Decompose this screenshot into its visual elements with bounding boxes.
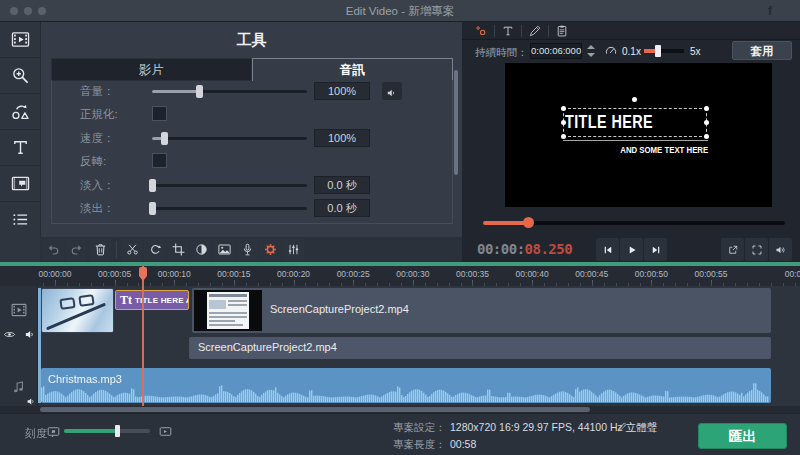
sidebar-item-media[interactable] [0, 22, 40, 58]
seek-thumb[interactable] [523, 217, 534, 228]
ruler-tick-label: 00:0 [785, 269, 800, 279]
previous-frame-button[interactable] [596, 238, 619, 261]
timeline-scrollbar[interactable] [0, 406, 800, 413]
timecode: 00:00:08.250 [477, 241, 572, 257]
keyframes-icon[interactable] [474, 24, 488, 38]
sidebar-item-zoom[interactable] [0, 58, 40, 94]
mute-speaker-button[interactable] [382, 82, 402, 100]
overlay-subtitle-text[interactable]: AND SOME TEXT HERE [620, 144, 708, 155]
tool-checkbox[interactable] [152, 153, 167, 168]
duration-stepper[interactable] [586, 43, 596, 59]
undo-icon [46, 242, 61, 257]
ruler-tick-label: 00:00:10 [158, 269, 191, 279]
clip-edit-toolbar [462, 22, 800, 40]
photo-glasses-shape [59, 297, 75, 310]
slider-track [152, 207, 307, 210]
seek-bar[interactable] [483, 221, 785, 225]
selection-handle[interactable] [704, 134, 709, 139]
video-clip-2[interactable]: ScreenCaptureProject2.mp4 [189, 337, 771, 359]
pencil-icon[interactable] [528, 24, 542, 38]
crop-button[interactable] [167, 238, 189, 261]
tool-checkbox[interactable] [152, 106, 167, 121]
zoom-out-frame-icon[interactable] [46, 424, 61, 439]
timeline-ruler[interactable]: 00:00:0000:00:0500:00:1000:00:1500:00:20… [0, 266, 800, 286]
tool-value-box[interactable]: 0.0 秒 [314, 199, 370, 217]
clip-properties-button[interactable] [259, 238, 281, 261]
sidebar-item-callouts[interactable] [0, 166, 40, 202]
rotate-button[interactable] [144, 238, 166, 261]
speed-slider[interactable] [644, 49, 684, 53]
stepper-up-icon[interactable] [587, 45, 595, 49]
pan-zoom-button[interactable] [213, 238, 235, 261]
tool-row-label: 反轉: [80, 154, 106, 169]
video-clip-thumbnail[interactable] [41, 288, 114, 333]
slider-thumb[interactable] [149, 179, 156, 192]
track-visibility-eye-icon[interactable] [3, 328, 16, 341]
color-adjust-button[interactable] [190, 238, 212, 261]
title-clip[interactable]: Tt TITLE HERE A [115, 290, 189, 310]
playhead-line[interactable] [142, 266, 144, 406]
undo-button[interactable] [42, 238, 64, 261]
apply-button[interactable]: 套用 [732, 41, 792, 60]
rotate-icon [148, 242, 163, 257]
overlay-title-text[interactable]: TITLE HERE [565, 112, 653, 133]
tool-value-box[interactable]: 0.0 秒 [314, 176, 370, 194]
rotation-handle[interactable] [632, 97, 637, 102]
stepper-down-icon[interactable] [587, 53, 595, 57]
tool-value-box[interactable]: 100% [314, 82, 370, 100]
play-button[interactable] [620, 238, 643, 261]
trash-icon [93, 242, 108, 257]
scale-slider[interactable] [64, 429, 150, 433]
sidebar-item-transitions[interactable] [0, 94, 40, 130]
clipboard-icon[interactable] [555, 24, 569, 38]
record-voice-button[interactable] [236, 238, 258, 261]
scale-slider-thumb[interactable] [115, 425, 120, 437]
slider-thumb[interactable] [196, 85, 203, 98]
selection-handle[interactable] [561, 106, 566, 111]
tool-slider[interactable] [152, 82, 307, 100]
timeline-scrollbar-thumb[interactable] [40, 407, 590, 412]
selection-handle[interactable] [704, 120, 709, 125]
crop-icon [171, 242, 186, 257]
text-icon[interactable] [501, 24, 515, 38]
webpage-thumbnail [207, 292, 249, 329]
audio-levels-button[interactable] [282, 238, 304, 261]
tab-audio[interactable]: 音訊 [252, 58, 453, 81]
edit-settings-pencil-icon[interactable] [616, 421, 628, 433]
duration-input[interactable]: 0:00:06:000 [530, 43, 582, 59]
tool-row: 反轉: [52, 152, 452, 170]
split-button[interactable] [121, 238, 143, 261]
sidebar-item-titles[interactable] [0, 130, 40, 166]
tool-row: 淡出：0.0 秒 [52, 199, 452, 217]
delete-button[interactable] [89, 238, 111, 261]
facebook-icon[interactable]: f [763, 4, 777, 18]
scale-slider-fill [64, 429, 117, 433]
zoom-in-frame-icon[interactable] [158, 424, 173, 439]
export-button[interactable]: 匯出 [698, 423, 787, 449]
sidebar-item-more-tools[interactable] [0, 202, 40, 238]
video-preview[interactable]: TITLE HERE AND SOME TEXT HERE [505, 63, 772, 207]
tool-slider[interactable] [152, 176, 307, 194]
selection-handle[interactable] [704, 106, 709, 111]
sidebar-footer [0, 237, 40, 262]
fullscreen-button[interactable] [745, 238, 768, 261]
redo-button[interactable] [65, 238, 87, 261]
tool-slider[interactable] [152, 129, 307, 147]
tab-video[interactable]: 影片 [51, 58, 252, 81]
video-clip-1[interactable]: ScreenCaptureProject2.mp4 [192, 288, 771, 333]
next-frame-button[interactable] [644, 238, 667, 261]
speed-slider-thumb[interactable] [655, 45, 661, 57]
tools-scrollbar[interactable] [454, 70, 458, 175]
track-mute-speaker-icon[interactable] [24, 328, 37, 341]
slider-thumb[interactable] [149, 202, 156, 215]
audio-clip[interactable]: Christmas.mp3 [41, 368, 771, 403]
playhead-pin[interactable] [139, 267, 147, 276]
detach-preview-button[interactable] [721, 238, 744, 261]
selection-handle[interactable] [561, 134, 566, 139]
tool-value-box[interactable]: 100% [314, 129, 370, 147]
tool-row-label: 正規化: [80, 107, 118, 122]
slider-thumb[interactable] [161, 132, 168, 145]
volume-button[interactable] [769, 238, 792, 261]
project-settings-label: 專案設定： [393, 421, 446, 435]
tool-slider[interactable] [152, 199, 307, 217]
